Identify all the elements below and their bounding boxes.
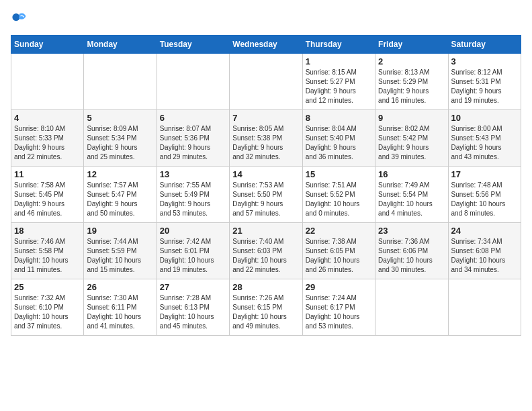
- calendar-cell: 29Sunrise: 7:24 AM Sunset: 6:17 PM Dayli…: [302, 279, 375, 336]
- page-header: [11, 11, 521, 27]
- calendar-cell: [230, 54, 302, 110]
- day-info: Sunrise: 8:05 AM Sunset: 5:38 PM Dayligh…: [232, 124, 299, 162]
- calendar-cell: 4Sunrise: 8:10 AM Sunset: 5:33 PM Daylig…: [11, 110, 84, 167]
- cell-content: 23Sunrise: 7:36 AM Sunset: 6:06 PM Dayli…: [378, 226, 445, 276]
- calendar-cell: 8Sunrise: 8:04 AM Sunset: 5:40 PM Daylig…: [302, 110, 375, 167]
- day-number: 1: [306, 56, 372, 66]
- calendar-table: SundayMondayTuesdayWednesdayThursdayFrid…: [11, 35, 521, 336]
- day-number: 17: [451, 169, 518, 179]
- cell-content: 10Sunrise: 8:00 AM Sunset: 5:43 PM Dayli…: [451, 113, 518, 163]
- day-info: Sunrise: 7:32 AM Sunset: 6:10 PM Dayligh…: [14, 293, 81, 331]
- day-info: Sunrise: 7:30 AM Sunset: 6:11 PM Dayligh…: [87, 293, 153, 331]
- calendar-cell: 17Sunrise: 7:48 AM Sunset: 5:56 PM Dayli…: [448, 167, 521, 223]
- calendar-cell: 7Sunrise: 8:05 AM Sunset: 5:38 PM Daylig…: [230, 110, 302, 167]
- calendar-header-thursday: Thursday: [302, 36, 375, 54]
- cell-content: 2Sunrise: 8:13 AM Sunset: 5:29 PM Daylig…: [378, 56, 445, 107]
- calendar-cell: [375, 279, 448, 336]
- day-number: 21: [232, 226, 299, 236]
- cell-content: 7Sunrise: 8:05 AM Sunset: 5:38 PM Daylig…: [232, 113, 299, 163]
- day-number: 11: [14, 169, 81, 179]
- cell-content: 18Sunrise: 7:46 AM Sunset: 5:58 PM Dayli…: [14, 226, 81, 276]
- calendar-header-wednesday: Wednesday: [230, 36, 302, 54]
- day-number: 19: [87, 226, 153, 236]
- cell-content: 8Sunrise: 8:04 AM Sunset: 5:40 PM Daylig…: [306, 113, 372, 163]
- calendar-cell: [11, 54, 84, 110]
- day-number: 28: [232, 282, 299, 292]
- day-number: 3: [451, 56, 518, 66]
- day-number: 26: [87, 282, 153, 292]
- day-number: 29: [306, 282, 372, 292]
- day-info: Sunrise: 7:36 AM Sunset: 6:06 PM Dayligh…: [378, 237, 445, 275]
- day-info: Sunrise: 7:40 AM Sunset: 6:03 PM Dayligh…: [232, 237, 299, 275]
- day-info: Sunrise: 7:42 AM Sunset: 6:01 PM Dayligh…: [160, 237, 226, 275]
- day-info: Sunrise: 8:09 AM Sunset: 5:34 PM Dayligh…: [87, 124, 153, 162]
- calendar-cell: 15Sunrise: 7:51 AM Sunset: 5:52 PM Dayli…: [302, 167, 375, 223]
- calendar-cell: [448, 279, 521, 336]
- logo-icon: [11, 11, 27, 27]
- calendar-cell: 20Sunrise: 7:42 AM Sunset: 6:01 PM Dayli…: [157, 223, 229, 279]
- cell-content: 16Sunrise: 7:49 AM Sunset: 5:54 PM Dayli…: [378, 169, 445, 220]
- cell-content: 3Sunrise: 8:12 AM Sunset: 5:31 PM Daylig…: [451, 56, 518, 107]
- day-info: Sunrise: 7:46 AM Sunset: 5:58 PM Dayligh…: [14, 237, 81, 275]
- cell-content: 15Sunrise: 7:51 AM Sunset: 5:52 PM Dayli…: [306, 169, 372, 220]
- calendar-cell: 13Sunrise: 7:55 AM Sunset: 5:49 PM Dayli…: [157, 167, 229, 223]
- day-number: 20: [160, 226, 226, 236]
- cell-content: 13Sunrise: 7:55 AM Sunset: 5:49 PM Dayli…: [160, 169, 226, 220]
- calendar-week-row: 11Sunrise: 7:58 AM Sunset: 5:45 PM Dayli…: [11, 167, 521, 223]
- calendar-cell: 1Sunrise: 8:15 AM Sunset: 5:27 PM Daylig…: [302, 54, 375, 110]
- calendar-cell: [157, 54, 229, 110]
- cell-content: 24Sunrise: 7:34 AM Sunset: 6:08 PM Dayli…: [451, 226, 518, 276]
- cell-content: 20Sunrise: 7:42 AM Sunset: 6:01 PM Dayli…: [160, 226, 226, 276]
- calendar-cell: 12Sunrise: 7:57 AM Sunset: 5:47 PM Dayli…: [84, 167, 157, 223]
- calendar-header-sunday: Sunday: [11, 36, 84, 54]
- calendar-cell: 26Sunrise: 7:30 AM Sunset: 6:11 PM Dayli…: [84, 279, 157, 336]
- calendar-cell: 14Sunrise: 7:53 AM Sunset: 5:50 PM Dayli…: [230, 167, 302, 223]
- calendar-cell: [84, 54, 157, 110]
- cell-content: 11Sunrise: 7:58 AM Sunset: 5:45 PM Dayli…: [14, 169, 81, 220]
- calendar-header-monday: Monday: [84, 36, 157, 54]
- calendar-week-row: 4Sunrise: 8:10 AM Sunset: 5:33 PM Daylig…: [11, 110, 521, 167]
- day-number: 24: [451, 226, 518, 236]
- day-number: 16: [378, 169, 445, 179]
- calendar-week-row: 18Sunrise: 7:46 AM Sunset: 5:58 PM Dayli…: [11, 223, 521, 279]
- calendar-cell: 22Sunrise: 7:38 AM Sunset: 6:05 PM Dayli…: [302, 223, 375, 279]
- day-info: Sunrise: 8:07 AM Sunset: 5:36 PM Dayligh…: [160, 124, 226, 162]
- day-info: Sunrise: 7:51 AM Sunset: 5:52 PM Dayligh…: [306, 181, 372, 218]
- day-info: Sunrise: 7:48 AM Sunset: 5:56 PM Dayligh…: [451, 181, 518, 218]
- cell-content: 4Sunrise: 8:10 AM Sunset: 5:33 PM Daylig…: [14, 113, 81, 163]
- svg-point-0: [12, 13, 19, 21]
- calendar-header-tuesday: Tuesday: [157, 36, 229, 54]
- cell-content: 6Sunrise: 8:07 AM Sunset: 5:36 PM Daylig…: [160, 113, 226, 163]
- day-number: 12: [87, 169, 153, 179]
- cell-content: 14Sunrise: 7:53 AM Sunset: 5:50 PM Dayli…: [232, 169, 299, 220]
- calendar-cell: 25Sunrise: 7:32 AM Sunset: 6:10 PM Dayli…: [11, 279, 84, 336]
- cell-content: 17Sunrise: 7:48 AM Sunset: 5:56 PM Dayli…: [451, 169, 518, 220]
- cell-content: 28Sunrise: 7:26 AM Sunset: 6:15 PM Dayli…: [232, 282, 299, 332]
- calendar-cell: 21Sunrise: 7:40 AM Sunset: 6:03 PM Dayli…: [230, 223, 302, 279]
- calendar-cell: 28Sunrise: 7:26 AM Sunset: 6:15 PM Dayli…: [230, 279, 302, 336]
- calendar-week-row: 1Sunrise: 8:15 AM Sunset: 5:27 PM Daylig…: [11, 54, 521, 110]
- day-info: Sunrise: 7:44 AM Sunset: 5:59 PM Dayligh…: [87, 237, 153, 275]
- calendar-cell: 3Sunrise: 8:12 AM Sunset: 5:31 PM Daylig…: [448, 54, 521, 110]
- day-info: Sunrise: 7:55 AM Sunset: 5:49 PM Dayligh…: [160, 181, 226, 218]
- calendar-cell: 19Sunrise: 7:44 AM Sunset: 5:59 PM Dayli…: [84, 223, 157, 279]
- day-number: 5: [87, 113, 153, 123]
- day-number: 6: [160, 113, 226, 123]
- cell-content: 1Sunrise: 8:15 AM Sunset: 5:27 PM Daylig…: [306, 56, 372, 107]
- day-info: Sunrise: 7:49 AM Sunset: 5:54 PM Dayligh…: [378, 181, 445, 218]
- cell-content: 27Sunrise: 7:28 AM Sunset: 6:13 PM Dayli…: [160, 282, 226, 332]
- calendar-week-row: 25Sunrise: 7:32 AM Sunset: 6:10 PM Dayli…: [11, 279, 521, 336]
- day-info: Sunrise: 7:38 AM Sunset: 6:05 PM Dayligh…: [306, 237, 372, 275]
- day-info: Sunrise: 7:24 AM Sunset: 6:17 PM Dayligh…: [306, 293, 372, 331]
- logo: [11, 11, 30, 27]
- cell-content: 22Sunrise: 7:38 AM Sunset: 6:05 PM Dayli…: [306, 226, 372, 276]
- cell-content: 25Sunrise: 7:32 AM Sunset: 6:10 PM Dayli…: [14, 282, 81, 332]
- cell-content: 12Sunrise: 7:57 AM Sunset: 5:47 PM Dayli…: [87, 169, 153, 220]
- calendar-cell: 23Sunrise: 7:36 AM Sunset: 6:06 PM Dayli…: [375, 223, 448, 279]
- calendar-header-friday: Friday: [375, 36, 448, 54]
- calendar-cell: 11Sunrise: 7:58 AM Sunset: 5:45 PM Dayli…: [11, 167, 84, 223]
- day-info: Sunrise: 8:10 AM Sunset: 5:33 PM Dayligh…: [14, 124, 81, 162]
- calendar-cell: 27Sunrise: 7:28 AM Sunset: 6:13 PM Dayli…: [157, 279, 229, 336]
- day-number: 7: [232, 113, 299, 123]
- day-number: 18: [14, 226, 81, 236]
